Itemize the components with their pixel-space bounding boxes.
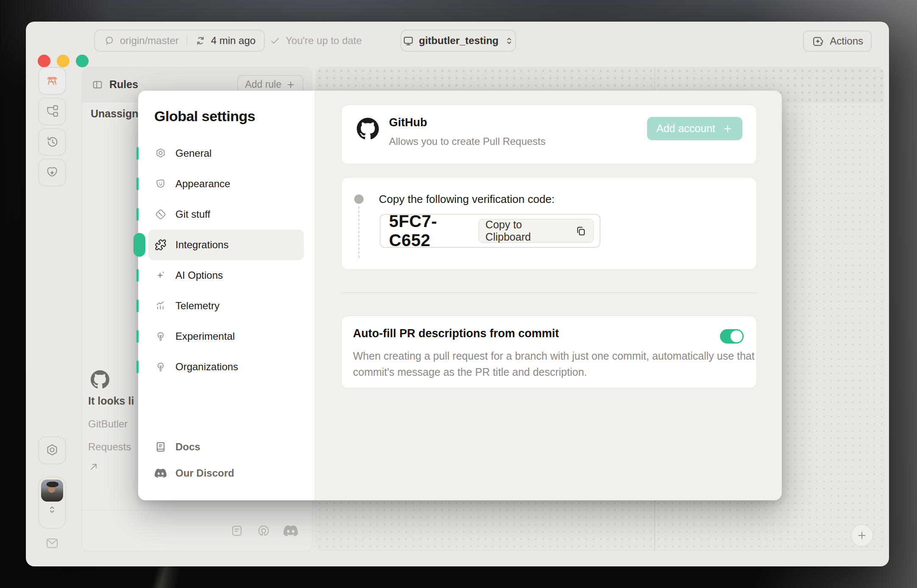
lane-empty-state: It looks li GitButler Requests: [88, 370, 134, 472]
rail-butler-ai-button[interactable]: [38, 158, 66, 186]
gear-icon: [155, 147, 167, 159]
ai-sparkle-icon: [155, 269, 167, 281]
plus-icon: [722, 123, 733, 134]
gitbutler-window: origin/master 4 min ago You're up to dat…: [26, 22, 889, 566]
butler-ai-icon: [45, 165, 59, 180]
settings-content: GitHub Allows you to create Pull Request…: [315, 91, 782, 500]
nav-indicator-active: [133, 233, 145, 257]
rules-title: Rules: [109, 78, 138, 91]
rail-feedback-button[interactable]: [38, 529, 66, 557]
add-account-button[interactable]: Add account: [647, 117, 742, 140]
settings-nav: General Appearance Git stuff Integration…: [148, 138, 304, 382]
nav-indicator: [136, 208, 139, 221]
lane-footer: [82, 510, 312, 551]
settings-nav-item-organizations[interactable]: Organizations: [148, 352, 304, 382]
close-window-button[interactable]: [38, 55, 50, 67]
workbench-icon: [45, 74, 59, 88]
minimize-window-button[interactable]: [57, 55, 69, 67]
nav-indicator: [136, 147, 139, 160]
project-switcher[interactable]: gitbutler_testing: [400, 30, 516, 52]
section-divider: [341, 292, 757, 293]
settings-nav-item-experimental[interactable]: Experimental: [148, 321, 304, 352]
external-link-icon: [88, 461, 99, 472]
empty-state-title: It looks li: [88, 396, 134, 406]
git-remote-icon: [103, 35, 115, 47]
traffic-lights: [38, 55, 89, 67]
lightbulb-icon: [155, 361, 167, 373]
project-name-label: gitbutler_testing: [419, 35, 499, 47]
discord-icon: [155, 467, 167, 479]
monitor-icon: [403, 35, 414, 47]
plus-icon: [856, 530, 867, 541]
pill-divider: [186, 35, 187, 46]
autofill-pr-card: Auto-fill PR descriptions from commit Wh…: [341, 316, 757, 388]
github-integration-card: GitHub Allows you to create Pull Request…: [341, 105, 757, 164]
rail-history-button[interactable]: [38, 128, 66, 156]
sync-status: You're up to date: [270, 30, 362, 52]
nav-item-label: Git stuff: [175, 208, 210, 220]
nav-item-label: AI Options: [175, 269, 223, 281]
mask-icon: [155, 178, 167, 190]
changelog-note-icon[interactable]: [230, 524, 244, 538]
lightbulb-icon: [155, 330, 167, 342]
actions-button[interactable]: Actions: [803, 31, 872, 52]
discord-icon[interactable]: [283, 524, 298, 538]
verification-card: Copy the following verification code: 5F…: [341, 177, 757, 270]
rail-settings-button[interactable]: [38, 436, 66, 464]
check-icon: [270, 35, 281, 46]
rules-icon: [92, 79, 103, 91]
empty-state-line: GitButler: [88, 419, 134, 429]
global-settings-modal: Global settings General Appearance Git s…: [138, 91, 782, 500]
telemetry-chart-icon: [155, 300, 167, 312]
add-account-label: Add account: [656, 122, 715, 135]
settings-docs-link[interactable]: Docs: [148, 434, 304, 460]
settings-nav-item-general[interactable]: General: [148, 138, 304, 169]
step-dashed-line: [358, 206, 359, 258]
add-branch-button[interactable]: [850, 524, 873, 547]
rail-branches-button[interactable]: [38, 97, 66, 125]
actions-sparkle-icon: [811, 35, 825, 48]
nav-indicator: [136, 330, 139, 343]
nav-item-label: General: [175, 147, 211, 159]
docs-label: Docs: [175, 441, 200, 453]
toggle-knob: [731, 330, 742, 342]
github-title: GitHub: [389, 116, 427, 129]
mail-icon: [44, 535, 60, 551]
autofill-description: When creating a pull request for a branc…: [353, 348, 756, 380]
user-menu[interactable]: [38, 477, 66, 529]
sync-status-label: You're up to date: [286, 35, 362, 47]
docs-book-icon: [155, 441, 167, 453]
nav-indicator: [136, 300, 139, 312]
settings-nav-item-git-stuff[interactable]: Git stuff: [148, 199, 304, 230]
history-clock-icon: [45, 135, 59, 149]
empty-state-line: Requests: [88, 442, 134, 452]
zoom-window-button[interactable]: [76, 55, 89, 67]
last-fetch-label: 4 min ago: [211, 35, 256, 47]
nav-item-label: Appearance: [175, 178, 230, 190]
copy-to-clipboard-button[interactable]: Copy to Clipboard: [478, 219, 594, 243]
chevron-up-down-icon: [47, 504, 58, 515]
verification-instruction: Copy the following verification code:: [379, 193, 555, 206]
gear-icon: [45, 443, 59, 458]
settings-discord-link[interactable]: Our Discord: [148, 460, 304, 486]
settings-nav-item-telemetry[interactable]: Telemetry: [148, 291, 304, 321]
settings-nav-item-integrations[interactable]: Integrations: [148, 230, 304, 260]
open-source-icon[interactable]: [256, 524, 271, 538]
discord-label: Our Discord: [175, 467, 234, 479]
settings-title: Global settings: [154, 108, 255, 125]
verification-code-box: 5FC7-C652 Copy to Clipboard: [380, 214, 600, 248]
nav-indicator: [136, 178, 139, 190]
autofill-title: Auto-fill PR descriptions from commit: [353, 327, 559, 340]
autofill-toggle[interactable]: [720, 329, 744, 344]
settings-nav-item-ai-options[interactable]: AI Options: [148, 260, 304, 291]
branches-icon: [45, 104, 59, 119]
copy-icon: [575, 225, 586, 237]
rail-workbench-button[interactable]: [38, 67, 66, 95]
chevron-up-down-icon: [504, 36, 514, 46]
avatar: [41, 480, 63, 502]
settings-nav-item-appearance[interactable]: Appearance: [148, 169, 304, 199]
remote-status-pill[interactable]: origin/master 4 min ago: [94, 30, 265, 52]
nav-item-label: Experimental: [175, 330, 235, 342]
puzzle-icon: [155, 239, 167, 251]
settings-nav-footer: Docs Our Discord: [148, 434, 304, 486]
